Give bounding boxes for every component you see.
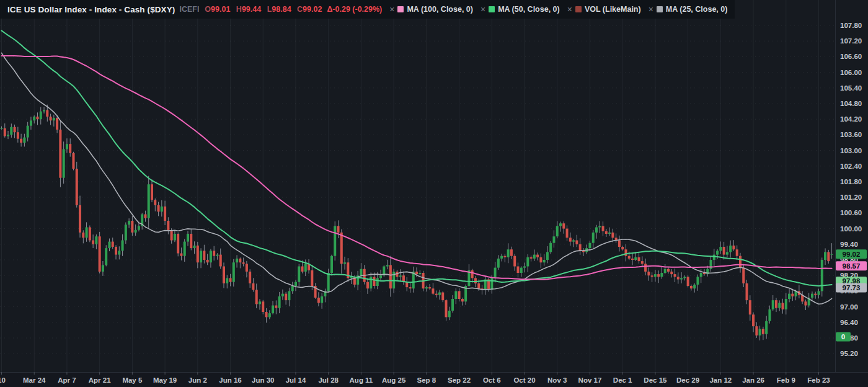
candle-body [575,241,578,244]
candle-body [327,273,330,291]
candle-body [677,277,680,279]
candle-body [386,265,389,266]
price-axis[interactable]: 107.80107.20106.60106.00105.40104.80104.… [835,0,868,372]
candle-body [56,118,58,130]
candle-body [752,314,755,326]
candle-body [651,275,653,277]
candle-body [785,299,787,309]
candle-body [197,246,199,262]
candle-body [275,306,277,308]
candle-body [588,243,591,248]
candle-body [330,256,333,273]
time-axis[interactable]: 10Mar 24Apr 7Apr 21May 5May 19Jun 2Jun 1… [0,372,868,387]
candle-body [246,264,248,272]
time-tick-label: Apr 21 [89,376,111,384]
indicator-legend-ma25[interactable]: MA (25, Close, 0) [657,5,728,14]
candle-body [321,296,323,303]
candle-body [252,283,254,290]
candle-body [461,299,464,301]
candle-body [115,247,117,255]
time-tick-label: Apr 7 [58,376,76,384]
price-tick-label: 100.00 [840,225,862,233]
candle-body [749,300,751,314]
open-label: O [205,5,211,14]
candle-body [690,286,693,288]
candle-body [723,247,725,255]
indicator-legend-ma100[interactable]: MA (100, Close, 0) [397,5,473,14]
candle-body [298,267,300,282]
time-tick-label: Dec 15 [644,376,667,384]
candle-body [193,246,196,248]
close-icon[interactable]: × [480,4,485,14]
low-value: 98.84 [272,5,291,14]
candle-body [566,229,569,238]
candle-body [827,252,830,261]
symbol-title: ICE US Dollar Index - Index - Cash ($DXY… [7,5,175,14]
price-badge-value: 98.57 [843,262,861,270]
candle-body [226,278,228,283]
price-tick-label: 102.40 [840,162,862,170]
price-tick-label: 105.40 [840,84,862,92]
candle-body [647,272,650,275]
candle-body [824,252,826,260]
price-tick-label: 95.20 [840,350,858,357]
close-icon[interactable]: × [389,4,394,14]
price-badge-value: 99.02 [843,251,861,258]
candle-body [608,233,611,234]
candle-body [523,267,526,268]
candle-body [533,255,536,259]
indicator-legend-ma50[interactable]: MA (50, Close, 0) [489,5,560,14]
trading-chart-window: 107.80107.20106.60106.00105.40104.80104.… [0,0,868,387]
indicator-label: MA (100, Close, 0) [407,5,473,14]
price-badge-value: 0 [841,333,845,340]
candle-body [458,291,461,299]
candle-body [379,275,382,278]
candle-body [360,269,362,276]
candle-body [782,303,784,309]
candle-body [814,294,817,295]
time-tick-label: Jul 28 [318,376,339,384]
candle-body [516,267,519,274]
candle-body [543,260,546,262]
candle-body [490,278,493,290]
time-tick-label: Sep 8 [417,376,436,384]
candle-body [66,144,68,149]
candle-body [366,282,369,289]
price-chart[interactable]: 107.80107.20106.60106.00105.40104.80104.… [0,0,868,387]
time-tick-label: Jan 12 [709,376,732,384]
time-tick-label: Feb 23 [807,376,830,384]
price-tick-label: 107.20 [840,37,862,45]
candle-body [255,290,258,304]
candle-body [539,257,542,262]
close-icon[interactable]: × [649,4,653,14]
candle-body [621,247,624,249]
candle-body [30,120,32,125]
candle-body [301,267,304,272]
candle-body [562,223,565,228]
chart-background [0,0,868,387]
candle-body [778,303,781,308]
high-value: 99.44 [242,5,261,14]
candle-body [99,236,101,272]
candle-body [59,130,61,178]
candle-body [112,242,114,247]
time-tick-label: Nov 3 [547,376,567,384]
close-icon[interactable]: × [567,4,572,14]
candle-body [710,260,712,269]
indicator-legend-vol[interactable]: VOL (LikeMain) [575,5,641,14]
price-tick-label: 103.00 [840,147,862,154]
time-tick-label: Feb 9 [777,376,795,384]
candle-body [670,272,673,274]
candle-body [425,287,428,288]
candle-body [536,255,539,257]
candle-body [445,300,447,317]
candle-body [831,254,833,255]
candle-body [122,241,124,251]
candle-body [151,184,153,200]
candle-body [14,127,16,132]
candle-body [259,301,261,304]
candle-body [86,228,88,238]
candle-body [125,225,127,240]
candle-body [102,265,104,272]
candle-body [654,274,657,277]
